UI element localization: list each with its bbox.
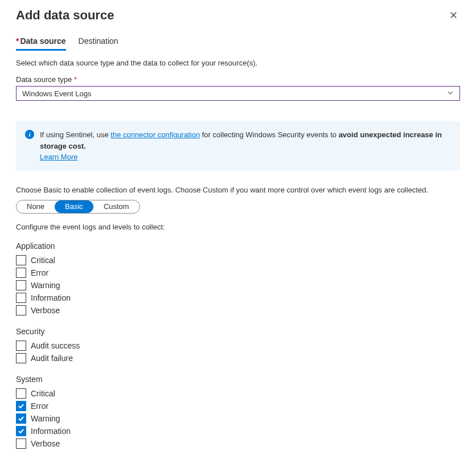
checkbox[interactable] bbox=[16, 293, 26, 303]
checkbox-label: Warning bbox=[31, 281, 60, 290]
chevron-down-icon bbox=[447, 89, 454, 97]
checkbox-label: Verbose bbox=[31, 306, 60, 315]
checkbox[interactable] bbox=[16, 353, 26, 363]
tab-data-source[interactable]: *Data source bbox=[16, 36, 66, 51]
info-text: If using Sentinel, use the connector con… bbox=[40, 129, 451, 163]
mode-toggle: NoneBasicCustom bbox=[16, 200, 140, 214]
checkbox-row[interactable]: Information bbox=[16, 425, 460, 437]
page-title: Add data source bbox=[16, 8, 114, 23]
checkbox-row[interactable]: Critical bbox=[16, 387, 460, 400]
checkbox[interactable] bbox=[16, 388, 26, 399]
checkbox[interactable] bbox=[16, 341, 26, 351]
learn-more-link[interactable]: Learn More bbox=[40, 153, 77, 161]
mode-custom[interactable]: Custom bbox=[93, 200, 139, 213]
tab-label: Data source bbox=[20, 36, 65, 46]
checkbox-row[interactable]: Critical bbox=[16, 254, 460, 267]
checkbox[interactable] bbox=[16, 438, 26, 449]
checkbox-label: Error bbox=[31, 268, 48, 277]
data-source-type-dropdown[interactable]: Windows Event Logs bbox=[16, 86, 460, 101]
checkbox-row[interactable]: Warning bbox=[16, 412, 460, 425]
checkbox[interactable] bbox=[16, 305, 26, 315]
required-marker: * bbox=[16, 36, 19, 46]
checkbox-row[interactable]: Information bbox=[16, 292, 460, 304]
checkbox-label: Verbose bbox=[31, 439, 60, 448]
checkbox-label: Error bbox=[31, 401, 48, 411]
section-title-security: Security bbox=[16, 327, 460, 336]
connector-config-link[interactable]: the connector configuration bbox=[110, 130, 200, 139]
description-text: Select which data source type and the da… bbox=[16, 59, 460, 67]
checkbox[interactable] bbox=[16, 255, 26, 265]
checkbox-label: Audit failure bbox=[31, 354, 73, 363]
tab-bar: *Data sourceDestination bbox=[16, 36, 460, 51]
checkbox-row[interactable]: Error bbox=[16, 400, 460, 412]
dropdown-value: Windows Event Logs bbox=[22, 89, 91, 98]
checkbox[interactable] bbox=[16, 413, 26, 424]
section-title-application: Application bbox=[16, 241, 460, 251]
mode-none[interactable]: None bbox=[17, 200, 55, 213]
close-icon: ✕ bbox=[449, 10, 458, 21]
tab-destination[interactable]: Destination bbox=[79, 36, 118, 51]
checkbox-row[interactable]: Audit failure bbox=[16, 352, 460, 364]
checkbox-row[interactable]: Error bbox=[16, 267, 460, 279]
checkbox-label: Warning bbox=[31, 414, 60, 423]
checkbox-row[interactable]: Audit success bbox=[16, 339, 460, 352]
checkbox-label: Information bbox=[31, 427, 71, 436]
checkbox-label: Critical bbox=[31, 256, 55, 265]
mode-basic[interactable]: Basic bbox=[55, 200, 93, 213]
close-button[interactable]: ✕ bbox=[447, 8, 460, 23]
dropdown-label: Data source type * bbox=[16, 75, 460, 84]
checkbox[interactable] bbox=[16, 426, 26, 436]
checkbox-label: Audit success bbox=[31, 341, 80, 350]
configure-text: Configure the event logs and levels to c… bbox=[16, 223, 460, 231]
mode-description: Choose Basic to enable collection of eve… bbox=[16, 186, 460, 194]
checkbox-row[interactable]: Verbose bbox=[16, 437, 460, 450]
checkbox-row[interactable]: Warning bbox=[16, 279, 460, 292]
checkbox[interactable] bbox=[16, 280, 26, 290]
checkbox[interactable] bbox=[16, 401, 26, 411]
info-icon: i bbox=[25, 130, 34, 139]
section-title-system: System bbox=[16, 375, 460, 384]
checkbox-row[interactable]: Verbose bbox=[16, 304, 460, 317]
tab-label: Destination bbox=[79, 36, 118, 46]
info-box: i If using Sentinel, use the connector c… bbox=[16, 121, 460, 171]
checkbox-label: Information bbox=[31, 293, 71, 302]
checkbox-label: Critical bbox=[31, 389, 55, 398]
checkbox[interactable] bbox=[16, 268, 26, 278]
